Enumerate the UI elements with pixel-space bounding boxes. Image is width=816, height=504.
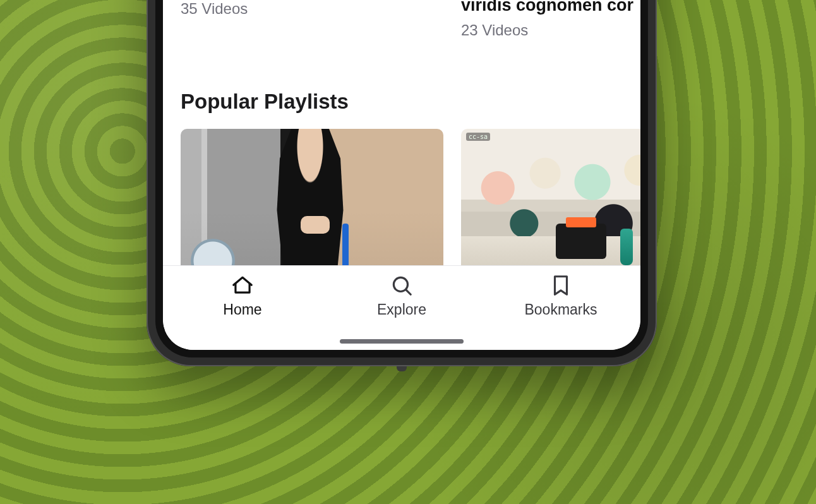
home-icon bbox=[231, 273, 255, 297]
svg-line-1 bbox=[405, 289, 411, 294]
playlist-title: viridis cognomen cor bbox=[461, 0, 640, 16]
tab-explore[interactable]: Explore bbox=[339, 273, 465, 318]
bottom-tab-bar: Home Explore Bookmarks bbox=[163, 265, 640, 350]
thumbnail-tablet bbox=[556, 224, 606, 259]
playlist-thumbnail[interactable] bbox=[181, 129, 443, 277]
phone-screen: 35 Videos viridis cognomen cor 23 Videos… bbox=[163, 0, 640, 350]
previous-section-row: 35 Videos viridis cognomen cor 23 Videos bbox=[181, 0, 640, 39]
playlist-card[interactable]: viridis cognomen cor 23 Videos bbox=[461, 0, 640, 39]
phone-device-frame: 35 Videos viridis cognomen cor 23 Videos… bbox=[147, 0, 657, 366]
tab-label: Bookmarks bbox=[524, 301, 597, 318]
section-heading-popular-playlists: Popular Playlists bbox=[181, 90, 349, 114]
playlist-card[interactable]: 35 Videos bbox=[181, 0, 443, 39]
video-count: 23 Videos bbox=[461, 21, 640, 39]
tab-label: Home bbox=[223, 301, 261, 318]
popular-playlists-row[interactable]: cc-sa bbox=[181, 129, 640, 277]
tab-home[interactable]: Home bbox=[179, 273, 306, 318]
license-badge: cc-sa bbox=[466, 133, 490, 141]
bookmark-icon bbox=[549, 273, 573, 297]
gesture-bar[interactable] bbox=[340, 339, 464, 344]
tab-bookmarks[interactable]: Bookmarks bbox=[498, 273, 624, 318]
search-icon bbox=[390, 273, 414, 297]
video-count: 35 Videos bbox=[181, 0, 443, 18]
tab-label: Explore bbox=[377, 301, 426, 318]
app-content: 35 Videos viridis cognomen cor 23 Videos… bbox=[163, 0, 640, 350]
thumbnail-hand bbox=[301, 216, 330, 234]
playlist-thumbnail[interactable]: cc-sa bbox=[461, 129, 640, 277]
phone-bezel: 35 Videos viridis cognomen cor 23 Videos… bbox=[155, 0, 648, 357]
thumbnail-bottle bbox=[620, 229, 633, 265]
